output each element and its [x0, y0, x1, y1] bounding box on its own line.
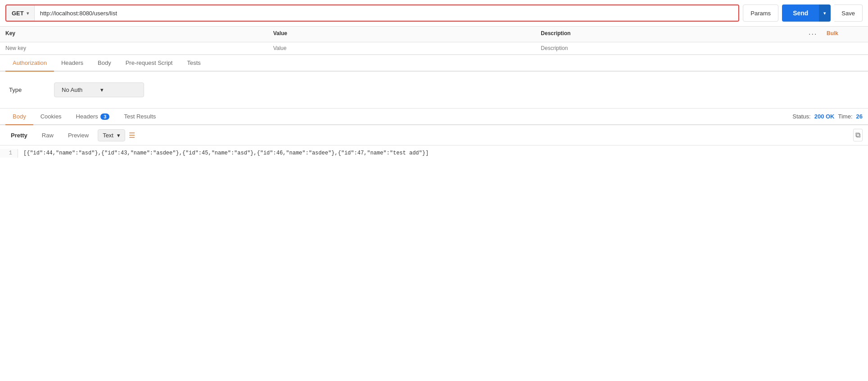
line-number-1: 1	[0, 149, 18, 158]
value-header: Value	[273, 30, 541, 38]
format-chevron-icon: ▾	[117, 132, 120, 139]
more-actions-icon[interactable]: ···	[809, 30, 827, 38]
key-header: Key	[5, 30, 273, 38]
auth-section: Type No Auth ▾	[0, 72, 868, 109]
auth-chevron-icon: ▾	[100, 86, 104, 93]
format-type-select[interactable]: Text ▾	[98, 129, 125, 141]
response-tab-test-results[interactable]: Test Results	[117, 109, 163, 125]
params-button[interactable]: Params	[743, 5, 778, 22]
send-button[interactable]: Send	[782, 5, 819, 22]
tab-pre-request-script[interactable]: Pre-request Script	[118, 55, 180, 72]
params-header: Key Value Description ··· Bulk	[0, 27, 868, 42]
new-key-input[interactable]	[5, 45, 273, 51]
response-tabs-row: Body Cookies Headers 3 Test Results Stat…	[0, 109, 868, 125]
url-input[interactable]	[35, 5, 739, 21]
params-new-row	[0, 42, 868, 54]
new-description-input[interactable]	[541, 45, 809, 51]
tab-authorization[interactable]: Authorization	[5, 55, 54, 72]
save-button[interactable]: Save	[834, 5, 863, 22]
wrap-text-icon[interactable]: ☰	[129, 131, 135, 140]
url-input-wrapper: GET ▾	[5, 5, 739, 22]
method-select[interactable]: GET ▾	[6, 5, 35, 21]
tab-body[interactable]: Body	[90, 55, 118, 72]
auth-type-label: Type	[9, 86, 36, 93]
time-label: Time:	[838, 113, 853, 120]
tab-tests[interactable]: Tests	[180, 55, 208, 72]
format-left: Pretty Raw Preview Text ▾ ☰	[5, 129, 135, 141]
status-value: 200 OK	[814, 113, 835, 120]
line-content-1: [{"id":44,"name":"asd"},{"id":43,"name":…	[18, 149, 434, 158]
response-tab-headers[interactable]: Headers 3	[69, 109, 117, 125]
response-body: 1 [{"id":44,"name":"asd"},{"id":43,"name…	[0, 145, 868, 161]
auth-row: Type No Auth ▾	[9, 82, 859, 97]
request-tabs: Authorization Headers Body Pre-request S…	[0, 55, 868, 72]
format-tab-raw[interactable]: Raw	[36, 130, 59, 141]
method-label: GET	[12, 10, 24, 17]
send-chevron-button[interactable]: ▾	[819, 5, 831, 22]
send-btn-group: Send ▾	[782, 5, 831, 22]
format-toolbar: Pretty Raw Preview Text ▾ ☰ ⧉	[0, 125, 868, 145]
new-value-input[interactable]	[273, 45, 541, 51]
auth-type-value: No Auth	[62, 86, 82, 93]
format-tab-pretty[interactable]: Pretty	[5, 130, 33, 141]
response-meta: Status: 200 OK Time: 26	[792, 113, 863, 120]
method-chevron-icon: ▾	[27, 11, 29, 16]
response-tabs: Body Cookies Headers 3 Test Results	[5, 109, 163, 124]
copy-icon[interactable]: ⧉	[853, 129, 863, 141]
headers-badge: 3	[100, 113, 109, 120]
time-value: 26	[856, 113, 863, 120]
tab-headers[interactable]: Headers	[54, 55, 90, 72]
code-line-1: 1 [{"id":44,"name":"asd"},{"id":43,"name…	[0, 149, 868, 158]
url-bar-row: GET ▾ Params Send ▾ Save	[0, 0, 868, 27]
params-table: Key Value Description ··· Bulk	[0, 27, 868, 55]
description-header: Description	[541, 30, 809, 38]
response-tab-cookies[interactable]: Cookies	[33, 109, 69, 125]
status-label: Status:	[792, 113, 810, 120]
response-tab-body[interactable]: Body	[5, 109, 33, 125]
bulk-edit-label[interactable]: Bulk	[827, 30, 863, 38]
format-tab-preview[interactable]: Preview	[63, 130, 94, 141]
auth-type-select[interactable]: No Auth ▾	[54, 82, 144, 97]
format-type-value: Text	[103, 132, 113, 139]
